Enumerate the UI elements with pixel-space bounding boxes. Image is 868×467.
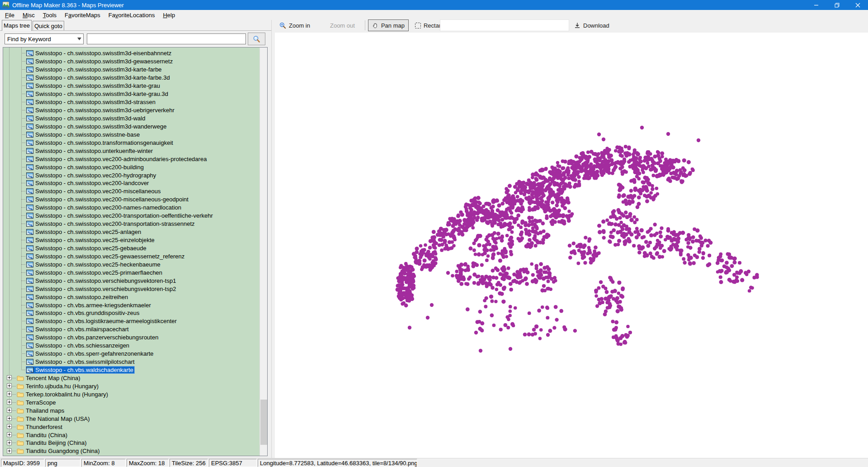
tree-scrollbar-thumb[interactable] [260,400,267,445]
tree-item[interactable]: Swisstopo - ch.swisstopo.vec200-hydrogra… [26,172,157,179]
tree-row[interactable]: Swisstopo - ch.vbs.logistikraeume-armeel… [3,317,259,325]
menu-item-misc[interactable]: Misc [19,10,39,20]
tree-row[interactable]: Swisstopo - ch.swisstopo.vec200-miscella… [3,187,259,195]
tree-row[interactable]: Swisstopo - ch.swisstopo.zeitreihen [3,293,259,301]
tree-row[interactable]: Swisstopo - ch.swisstopo.swisstlm3d-eise… [3,49,259,57]
search-input[interactable] [87,33,246,44]
tree-item[interactable]: Swisstopo - ch.swisstopo.swisstlm3d-wand… [26,123,168,130]
tree-row[interactable]: TerraScope [3,398,259,406]
tree-item[interactable]: Swisstopo - ch.swisstopo.verschiebungsve… [26,285,177,293]
tree-item[interactable]: The National Map (USA) [16,415,91,423]
tree-row[interactable]: Swisstopo - ch.swisstopo.vec25-gewaesser… [3,252,259,260]
tree-row[interactable]: Swisstopo - ch.vbs.waldschadenkarte [3,366,259,374]
tree-item[interactable]: Swisstopo - ch.swisstopo.unterkuenfte-wi… [26,147,154,155]
tree-item[interactable]: Tencent Map (China) [16,374,82,382]
tree-row[interactable]: Swisstopo - ch.swisstopo.vec25-heckenbae… [3,260,259,268]
tree-item[interactable]: Swisstopo - ch.swisstopo.vec200-building [26,163,145,171]
tree-item[interactable]: Swisstopo - ch.swisstopo.zeitreihen [26,293,129,301]
tree-row[interactable]: Swisstopo - ch.swisstopo.swisstlm3d-uebr… [3,106,259,114]
tree-item[interactable]: Swisstopo - ch.swisstopo.vec200-transpor… [26,212,214,219]
tree-row[interactable]: Tianditu Beijing (China) [3,439,259,447]
panel-splitter[interactable] [271,20,275,458]
tree-row[interactable]: Swisstopo - ch.swisstopo.vec200-hydrogra… [3,171,259,179]
menu-item-help[interactable]: Help [159,10,179,20]
tree-row[interactable]: Thailand maps [3,406,259,415]
map-viewport[interactable] [275,33,868,458]
tree-item[interactable]: Swisstopo - ch.vbs.grunddispositiv-zeus [26,309,141,317]
pan-map-button[interactable]: Pan map [368,19,409,31]
tree-item[interactable]: Tianditu Guangdong (China) [16,447,101,455]
tree-item[interactable]: Swisstopo - ch.swisstopo.vec200-names-na… [26,204,183,211]
tree-row[interactable]: Swisstopo - ch.swisstopo.swisstne-base [3,130,259,138]
tree-row[interactable]: Swisstopo - ch.vbs.armee-kriegsdenkmaele… [3,301,259,309]
expand-button[interactable] [7,416,12,421]
tree-row[interactable]: Swisstopo - ch.swisstopo.swisstlm3d-wald [3,114,259,123]
tree-item[interactable]: Tianditu (China) [16,431,69,439]
menu-item-file[interactable]: File [1,10,19,20]
menu-item-favoritelocations[interactable]: FavoriteLocations [104,10,159,20]
tree-item[interactable]: Swisstopo - ch.swisstopo.vec200-miscella… [26,187,162,195]
tree-row[interactable]: Swisstopo - ch.swisstopo.swisstlm3d-kart… [3,74,259,82]
tree-row[interactable]: Swisstopo - ch.swisstopo.unterkuenfte-wi… [3,147,259,155]
tree-item[interactable]: Swisstopo - ch.swisstopo.vec200-adminbou… [26,155,208,163]
tree-vertical-scrollbar[interactable] [259,48,267,456]
tree-item[interactable]: Swisstopo - ch.vbs.armee-kriegsdenkmaele… [26,301,152,309]
menu-item-tools[interactable]: Tools [39,10,61,20]
tree-row[interactable]: Swisstopo - ch.swisstopo.vec25-einzelobj… [3,236,259,244]
menu-item-favoritemaps[interactable]: FavoriteMaps [61,10,104,20]
tree-item[interactable]: Swisstopo - ch.swisstopo.vec25-heckenbae… [26,261,162,268]
tree-row[interactable]: Thunderforest [3,423,259,431]
tree-row[interactable]: The National Map (USA) [3,415,259,423]
expand-button[interactable] [7,391,12,396]
expand-button[interactable] [7,383,12,388]
close-button[interactable] [847,0,868,10]
tree-item[interactable]: Swisstopo - ch.swisstopo.vec25-einzelobj… [26,236,156,244]
tree-item[interactable]: Terinfo.ujbuda.hu (Hungary) [16,382,100,390]
tree-row[interactable]: Swisstopo - ch.swisstopo.verschiebungsve… [3,285,259,293]
tree-item[interactable]: Swisstopo - ch.swisstopo.swisstlm3d-eise… [26,49,173,57]
tree-row[interactable]: Swisstopo - ch.swisstopo.swisstlm3d-wand… [3,122,259,130]
tree-item[interactable]: Swisstopo - ch.swisstopo.swisstlm3d-kart… [26,82,161,90]
tree-item[interactable]: Swisstopo - ch.vbs.waldschadenkarte [26,366,135,374]
tab-maps-tree[interactable]: Maps tree [2,20,32,31]
tree-item[interactable]: Swisstopo - ch.swisstopo.vec25-primaerfl… [26,269,164,276]
restore-button[interactable] [826,0,847,10]
tree-item[interactable]: Swisstopo - ch.swisstopo.vec25-gewaesser… [26,253,186,260]
tree-row[interactable]: Swisstopo - ch.swisstopo.verschiebungsve… [3,276,259,285]
tree-item[interactable]: Swisstopo - ch.swisstopo.swisstlm3d-stra… [26,98,157,106]
expand-button[interactable] [7,448,12,453]
tree-row[interactable]: Tencent Map (China) [3,374,259,382]
tree-item[interactable]: Swisstopo - ch.swisstopo.swisstne-base [26,131,141,138]
tree-row[interactable]: Swisstopo - ch.vbs.swissmilpilotschart [3,358,259,366]
tree-item[interactable]: Terkep.torokbalint.hu (Hungary) [16,391,109,398]
tree-row[interactable]: Swisstopo - ch.swisstopo.transformations… [3,138,259,147]
tree-row[interactable]: Terinfo.ujbuda.hu (Hungary) [3,382,259,390]
expand-button[interactable] [7,400,12,405]
tree-row[interactable]: Swisstopo - ch.swisstopo.vec25-gebaeude [3,244,259,253]
expand-button[interactable] [7,440,12,445]
tree-row[interactable]: Swisstopo - ch.vbs.panzerverschiebungsro… [3,334,259,342]
expand-button[interactable] [7,375,12,380]
tree-row[interactable]: Swisstopo - ch.swisstopo.vec200-landcove… [3,179,259,187]
tree-row[interactable]: Swisstopo - ch.swisstopo.vec200-transpor… [3,220,259,228]
expand-button[interactable] [7,408,12,413]
tree-row[interactable]: Swisstopo - ch.swisstopo.vec200-adminbou… [3,155,259,163]
tree-item[interactable]: Swisstopo - ch.vbs.schiessanzeigen [26,342,131,349]
tree-item[interactable]: Tianditu Beijing (China) [16,439,88,447]
tree-item[interactable]: Swisstopo - ch.vbs.sperr-gefahrenzonenka… [26,350,155,357]
tree-item[interactable]: Swisstopo - ch.swisstopo.vec25-gebaeude [26,244,148,252]
tree-item[interactable]: Swisstopo - ch.swisstopo.swisstlm3d-kart… [26,90,170,98]
tree-item[interactable]: Thunderforest [16,423,64,431]
tree-row[interactable]: Swisstopo - ch.swisstopo.vec200-miscella… [3,195,259,204]
expand-button[interactable] [7,424,12,429]
search-button[interactable] [248,33,265,45]
tree-item[interactable]: Swisstopo - ch.swisstopo.vec200-miscella… [26,195,190,203]
tree-row[interactable]: Tianditu Guangdong (China) [3,447,259,455]
tree-row[interactable]: Swisstopo - ch.swisstopo.vec200-transpor… [3,212,259,220]
tree-item[interactable]: TerraScope [16,399,57,406]
tree-row[interactable]: Swisstopo - ch.swisstopo.swisstlm3d-gewa… [3,57,259,66]
tree-item[interactable]: Swisstopo - ch.vbs.swissmilpilotschart [26,358,136,366]
tree-row[interactable]: Swisstopo - ch.vbs.grunddispositiv-zeus [3,309,259,317]
tree-item[interactable]: Swisstopo - ch.swisstopo.swisstlm3d-gewa… [26,57,174,65]
tree-item[interactable]: Swisstopo - ch.vbs.milairspacechart [26,325,130,333]
